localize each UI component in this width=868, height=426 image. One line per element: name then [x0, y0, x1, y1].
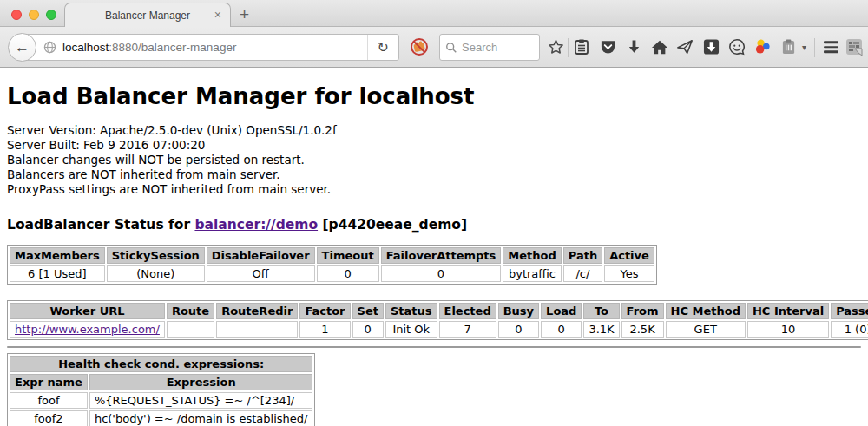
column-header: Factor: [299, 303, 350, 319]
cell-elected: 7: [439, 321, 496, 338]
toolbar-separator: [814, 38, 815, 57]
pocket-icon[interactable]: [600, 39, 616, 56]
column-header: Route: [167, 303, 214, 319]
column-header: StickySession: [107, 247, 205, 264]
globe-icon: [43, 41, 56, 54]
health-header-row: Expr name Expression: [10, 374, 312, 390]
server-info: Server Version: Apache/2.5.0-dev (Unix) …: [7, 123, 861, 197]
worker-table: Worker URL Route RouteRedir Factor Set S…: [7, 300, 868, 340]
reload-button[interactable]: ↻: [367, 35, 398, 60]
bookmark-star-icon[interactable]: [547, 38, 565, 56]
balancer-status-heading: LoadBalancer Status for balancer://demo …: [7, 217, 861, 233]
column-header: DisableFailover: [207, 247, 315, 264]
column-header: HC Interval: [747, 303, 829, 319]
balancer-header-row: MaxMembers StickySession DisableFailover…: [10, 247, 654, 264]
column-header: Status: [385, 303, 437, 319]
persist-notice-line: Balancer changes will NOT be persisted o…: [7, 153, 861, 167]
balancer-settings-table: MaxMembers StickySession DisableFailover…: [7, 245, 657, 285]
fullscreen-window-button[interactable]: [46, 10, 56, 20]
cell-expr-name: foof2: [10, 410, 88, 426]
server-version-line: Server Version: Apache/2.5.0-dev (Unix) …: [7, 123, 861, 138]
cell-failoverattempts: 0: [381, 265, 502, 282]
page-content: Load Balancer Manager for localhost Serv…: [0, 68, 868, 425]
close-window-button[interactable]: [11, 10, 22, 20]
toolbar-separator: [568, 38, 569, 57]
plugin-blocked-icon[interactable]: [409, 36, 430, 57]
minimize-window-button[interactable]: [29, 10, 39, 20]
tab-balancer-manager[interactable]: Balancer Manager ×: [64, 3, 231, 27]
column-header: Elected: [439, 303, 496, 319]
browser-window: Balancer Manager × + ← localhost:8880/ba…: [0, 0, 868, 426]
cell-to: 3.1K: [583, 321, 619, 338]
column-header: FailoverAttempts: [381, 247, 502, 264]
cell-worker-url: http://www.example.com/: [10, 321, 165, 338]
column-header: Worker URL: [10, 303, 165, 319]
cell-stickysession: (None): [107, 265, 205, 282]
addon-dropdown-caret-icon[interactable]: ▾: [802, 43, 806, 52]
titlebar: Balancer Manager × +: [0, 0, 868, 27]
cell-expr-name: foof: [10, 392, 88, 409]
cell-expression: hc('body') =~ /domain is established/: [89, 410, 313, 426]
health-data-row: foof2 hc('body') =~ /domain is establish…: [10, 410, 312, 426]
send-tab-icon[interactable]: [676, 39, 694, 56]
server-built-line: Server Built: Feb 9 2016 07:00:20: [7, 138, 861, 153]
new-tab-button[interactable]: +: [240, 5, 249, 24]
worker-url-link[interactable]: http://www.example.com/: [15, 323, 160, 336]
proxypass-notice-line: ProxyPass settings are NOT inherited fro…: [7, 182, 861, 197]
tab-title: Balancer Manager: [105, 10, 190, 22]
cell-disablefailover: Off: [207, 265, 315, 282]
column-header: MaxMembers: [10, 247, 105, 264]
health-table-title: Health check cond. expressions:: [10, 356, 312, 372]
health-title-row: Health check cond. expressions:: [10, 356, 312, 372]
clipboard-addon-icon[interactable]: [781, 38, 796, 56]
balancer-demo-link[interactable]: balancer://demo: [194, 217, 318, 233]
worker-header-row: Worker URL Route RouteRedir Factor Set S…: [10, 303, 868, 319]
heading-prefix: LoadBalancer Status for: [7, 217, 194, 233]
cell-routeredir: [216, 321, 298, 338]
column-header: Method: [503, 247, 561, 264]
screenshot-addon-icon[interactable]: [845, 38, 863, 56]
nav-toolbar: ← localhost:8880/balancer-manager ↻: [0, 27, 868, 68]
downloads-icon[interactable]: [626, 39, 642, 56]
heading-suffix: [p4420eeae_demo]: [318, 217, 467, 233]
column-header: From: [621, 303, 664, 319]
cell-busy: 0: [498, 321, 539, 338]
cell-maxmembers: 6 [1 Used]: [10, 265, 105, 282]
cell-status: Init Ok: [385, 321, 437, 338]
color-dots-addon-icon[interactable]: [753, 38, 772, 56]
column-header: HC Method: [666, 303, 746, 319]
window-controls: [11, 10, 56, 20]
cell-passes: 1 (0): [831, 321, 868, 338]
cell-hc-interval: 10: [747, 321, 829, 338]
url-text: localhost:8880/balancer-manager: [62, 41, 236, 54]
divider: [7, 346, 861, 348]
column-header: Expr name: [10, 374, 88, 390]
cell-load: 0: [541, 321, 582, 338]
search-input[interactable]: [462, 41, 531, 54]
health-data-row: foof %{REQUEST_STATUS} =~ /^[234]/: [10, 392, 312, 409]
cell-hc-method: GET: [666, 321, 746, 338]
cell-set: 0: [352, 321, 384, 338]
url-bar[interactable]: localhost:8880/balancer-manager ↻: [22, 34, 399, 61]
column-header: Set: [352, 303, 384, 319]
search-icon: [445, 42, 457, 54]
home-icon[interactable]: [651, 39, 668, 56]
column-header: Expression: [89, 374, 313, 390]
balancer-data-row: 6 [1 Used] (None) Off 0 0 bytraffic /c/ …: [10, 265, 654, 282]
column-header: RouteRedir: [216, 303, 298, 319]
addon-download-icon[interactable]: [703, 39, 720, 56]
cell-method: bytraffic: [503, 265, 561, 282]
cell-active: Yes: [604, 265, 654, 282]
column-header: To: [583, 303, 619, 319]
menu-icon[interactable]: [824, 41, 838, 53]
search-field[interactable]: [439, 34, 540, 61]
column-header: Busy: [498, 303, 539, 319]
back-button[interactable]: ←: [8, 33, 36, 62]
bookmarks-sidebar-icon[interactable]: [574, 38, 589, 56]
close-tab-icon[interactable]: ×: [214, 7, 221, 23]
inherit-notice-line: Balancers are NOT inherited from main se…: [7, 167, 861, 182]
cell-route: [167, 321, 214, 338]
page-title: Load Balancer Manager for localhost: [7, 68, 861, 109]
smiley-addon-icon[interactable]: [728, 38, 746, 56]
cell-timeout: 0: [317, 265, 379, 282]
